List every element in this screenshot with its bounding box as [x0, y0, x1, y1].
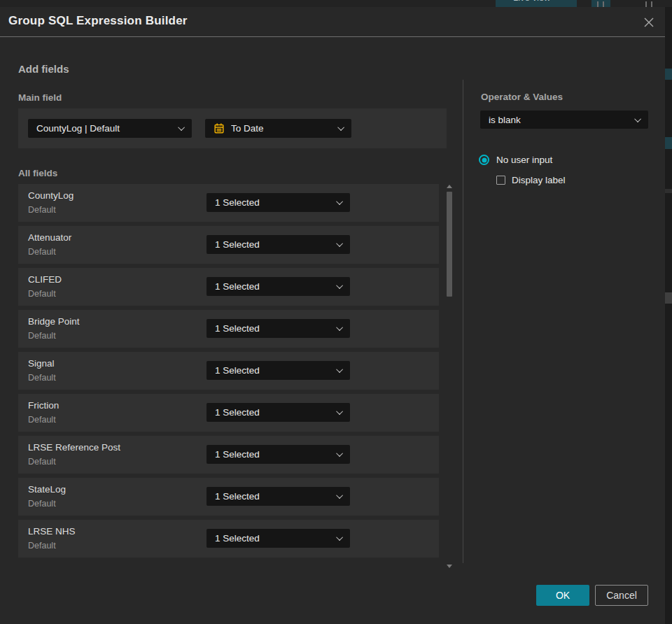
field-row: Attenuator Default 1 Selected — [18, 226, 439, 264]
no-user-input-option[interactable]: No user input — [479, 155, 552, 165]
chevron-down-icon — [336, 282, 343, 289]
no-user-input-radio[interactable] — [479, 155, 489, 165]
calendar-icon — [214, 122, 225, 134]
display-label-label: Display label — [512, 175, 566, 185]
field-selection-value: 1 Selected — [215, 239, 332, 250]
operator-values-heading: Operator & Values — [481, 92, 563, 102]
field-name: CLIFED — [28, 274, 62, 285]
field-subtitle: Default — [28, 205, 56, 215]
group-sql-expression-builder-dialog: Group SQL Expression Builder Add fields … — [0, 7, 665, 624]
toolbar-fragment — [592, 0, 610, 7]
operator-select[interactable]: is blank — [480, 111, 648, 129]
field-subtitle: Default — [28, 541, 56, 551]
panel-fragment — [665, 69, 672, 80]
display-label-checkbox[interactable] — [496, 176, 505, 185]
field-selection-value: 1 Selected — [215, 197, 332, 208]
field-row: CLIFED Default 1 Selected — [18, 268, 439, 306]
date-type-select-value: To Date — [231, 123, 334, 134]
chevron-down-icon — [336, 240, 343, 247]
toolbar-button-fragment — [597, 1, 598, 7]
dialog-title: Group SQL Expression Builder — [8, 14, 188, 28]
chevron-down-icon — [336, 198, 343, 205]
toolbar-button-fragment — [603, 1, 604, 7]
field-subtitle: Default — [28, 247, 56, 257]
chevron-down-icon — [178, 124, 185, 131]
field-selection-select[interactable]: 1 Selected — [206, 529, 350, 548]
chevron-down-icon — [337, 124, 344, 131]
field-selection-value: 1 Selected — [215, 323, 332, 334]
scroll-up-icon[interactable] — [447, 185, 452, 188]
field-row: Bridge Point Default 1 Selected — [18, 310, 439, 348]
field-row: LRSE NHS Default 1 Selected — [18, 520, 439, 558]
field-name: Friction — [28, 400, 59, 411]
background-app-right-strip — [665, 7, 672, 624]
field-name: StateLog — [28, 484, 66, 495]
field-selection-select[interactable]: 1 Selected — [206, 193, 350, 212]
chevron-down-icon — [336, 450, 343, 457]
field-subtitle: Default — [28, 415, 56, 425]
field-row: Friction Default 1 Selected — [18, 394, 439, 432]
field-row: CountyLog Default 1 Selected — [18, 184, 439, 222]
field-selection-select[interactable]: 1 Selected — [206, 361, 350, 380]
field-selection-select[interactable]: 1 Selected — [206, 403, 350, 422]
dialog-header: Group SQL Expression Builder — [0, 7, 665, 37]
field-selection-select[interactable]: 1 Selected — [206, 445, 350, 464]
toolbar-button-fragment — [651, 1, 652, 7]
field-name: Attenuator — [28, 232, 71, 243]
add-fields-heading: Add fields — [18, 63, 69, 75]
field-selection-value: 1 Selected — [215, 449, 332, 460]
chevron-down-icon — [336, 408, 343, 415]
all-fields-list: CountyLog Default 1 Selected Attenuator … — [18, 184, 439, 562]
field-selection-select[interactable]: 1 Selected — [206, 487, 350, 506]
list-scrollbar[interactable] — [446, 185, 454, 568]
panel-fragment — [665, 292, 672, 304]
field-name: LRSE Reference Post — [28, 442, 120, 453]
field-row: StateLog Default 1 Selected — [18, 478, 439, 516]
field-selection-value: 1 Selected — [215, 407, 332, 418]
field-name: Bridge Point — [28, 316, 80, 327]
field-subtitle: Default — [28, 457, 56, 467]
field-subtitle: Default — [28, 499, 56, 509]
ok-button[interactable]: OK — [536, 585, 589, 606]
field-selection-value: 1 Selected — [215, 281, 332, 292]
panel-fragment — [665, 137, 672, 149]
field-subtitle: Default — [28, 373, 56, 383]
main-field-heading: Main field — [18, 92, 62, 103]
all-fields-heading: All fields — [18, 168, 57, 178]
field-selection-select[interactable]: 1 Selected — [206, 319, 350, 338]
chevron-down-icon — [336, 366, 343, 373]
column-divider — [463, 80, 463, 563]
field-name: Signal — [28, 358, 55, 369]
field-name: LRSE NHS — [28, 526, 76, 537]
main-field-panel: CountyLog | Default To Date — [18, 108, 447, 148]
date-type-select[interactable]: To Date — [205, 119, 351, 138]
main-field-select-value: CountyLog | Default — [36, 123, 174, 134]
field-row: Signal Default 1 Selected — [18, 352, 439, 390]
display-label-option[interactable]: Display label — [496, 175, 566, 185]
panel-fragment — [665, 189, 672, 193]
operator-select-value: is blank — [489, 115, 631, 125]
field-name: CountyLog — [28, 190, 74, 201]
screen: Live view Group SQL Expression Builder A… — [0, 0, 672, 624]
scroll-down-icon[interactable] — [447, 565, 452, 568]
close-icon[interactable] — [641, 15, 657, 30]
field-subtitle: Default — [28, 331, 56, 341]
field-row: LRSE Reference Post Default 1 Selected — [18, 436, 439, 474]
scrollbar-thumb[interactable] — [447, 192, 452, 297]
chevron-down-icon — [336, 492, 343, 499]
toolbar-fragment — [573, 0, 577, 7]
field-subtitle: Default — [28, 289, 56, 299]
chevron-down-icon — [634, 115, 641, 122]
cancel-button[interactable]: Cancel — [595, 585, 648, 606]
live-view-button[interactable]: Live view — [496, 0, 573, 7]
main-field-select[interactable]: CountyLog | Default — [28, 119, 192, 138]
chevron-down-icon — [336, 324, 343, 331]
field-selection-value: 1 Selected — [215, 491, 332, 502]
live-view-label: Live view — [513, 0, 550, 3]
toolbar-button-fragment — [645, 1, 647, 7]
background-app-top-strip: Live view — [0, 0, 672, 7]
field-selection-select[interactable]: 1 Selected — [206, 235, 350, 254]
field-selection-value: 1 Selected — [215, 365, 332, 376]
no-user-input-label: No user input — [496, 155, 552, 165]
field-selection-select[interactable]: 1 Selected — [206, 277, 350, 296]
